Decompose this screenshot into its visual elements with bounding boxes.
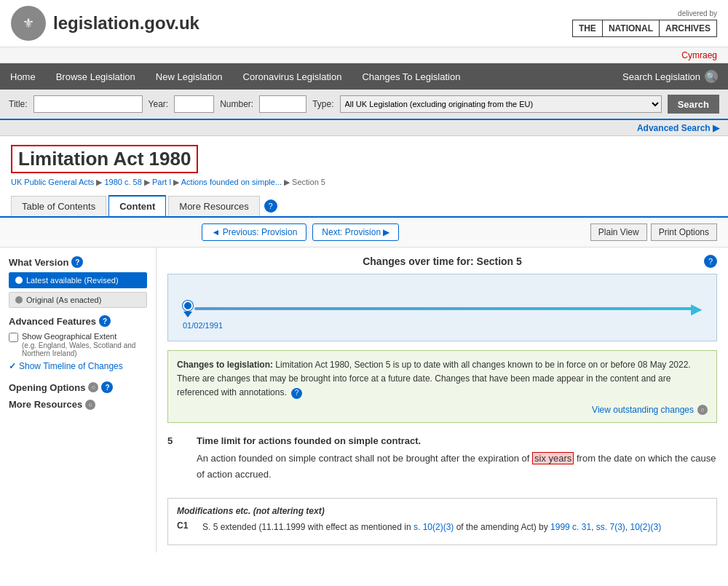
nav-coronavirus-legislation[interactable]: Coronavirus Legislation (233, 65, 352, 89)
sidebar: What Version ? Latest available (Revised… (0, 248, 157, 553)
section-highlighted: six years (532, 452, 574, 464)
section-body: Time limit for actions founded on simple… (197, 435, 717, 483)
type-select[interactable]: All UK Legislation (excluding originatin… (340, 95, 662, 113)
search-bar: Title: Year: Number: Type: All UK Legisl… (0, 90, 728, 120)
search-icon: 🔍 (705, 70, 718, 83)
original-dot-icon (15, 296, 23, 304)
changes-box-prefix: Changes to legislation: (177, 360, 273, 370)
plain-view-button[interactable]: Plain View (590, 223, 647, 241)
logo-area: ⚜ legislation.gov.uk (11, 6, 199, 41)
timeline-line: ▶ (183, 300, 702, 317)
section-text-before: An action founded on simple contract sha… (197, 453, 532, 464)
what-version-title: What Version ? (9, 256, 147, 268)
tab-content[interactable]: Content (108, 195, 166, 216)
breadcrumb-part1[interactable]: UK Public General Acts (11, 178, 94, 186)
geographical-extent-row: Show Geographical Extent (e.g. England, … (9, 331, 147, 357)
mod-link4[interactable]: 10(2)(3) (630, 522, 662, 532)
advanced-features-title: Advanced Features ? (9, 315, 147, 327)
view-outstanding-link[interactable]: View outstanding changes (592, 405, 694, 415)
delivered-by-area: delivered by THE NATIONAL ARCHIVES (572, 9, 717, 37)
advanced-search-bar: Advanced Search ▶ (0, 120, 728, 136)
prev-provision-button[interactable]: ◄ Previous: Provision (202, 223, 306, 241)
tabs-container: Table of Contents Content More Resources… (0, 195, 728, 218)
year-input[interactable] (174, 95, 214, 113)
title-label: Title: (9, 99, 28, 109)
geographical-extent-sub: (e.g. England, Wales, Scotland and North… (22, 341, 147, 357)
breadcrumb-arrow3: ▶ (173, 178, 181, 186)
timeline-triangle-icon (183, 312, 192, 317)
changes-over-time-title: Changes over time for: Section 5 (363, 256, 522, 267)
original-version-button[interactable]: Original (As enacted) (9, 292, 147, 308)
timeline-container: ▶ 01/02/1991 (167, 274, 717, 341)
timeline-pin-icon (183, 301, 193, 311)
section-heading: Time limit for actions founded on simple… (197, 435, 717, 446)
mod-text-comma2: , (625, 522, 630, 532)
opening-options-help-icon[interactable]: ? (101, 381, 113, 393)
geographical-extent-label: Show Geographical Extent (22, 332, 116, 341)
coat-of-arms-icon: ⚜ (11, 6, 46, 41)
advanced-features-help-icon[interactable]: ? (99, 315, 111, 327)
tab-table-of-contents[interactable]: Table of Contents (11, 196, 106, 216)
changes-over-time-help-icon[interactable]: ? (704, 255, 717, 268)
mod-text-before: S. 5 extended (11.11.1999 with effect as… (202, 522, 414, 532)
view-outstanding-icon: ○ (697, 405, 708, 415)
help-inline-icon[interactable]: ? (291, 388, 302, 399)
mod-link3[interactable]: ss. 7(3) (596, 522, 625, 532)
checkmark-icon: ✓ (9, 361, 16, 371)
search-button[interactable]: Search (668, 95, 719, 114)
mod-link1[interactable]: s. 10(2)(3) (414, 522, 454, 532)
changes-box-text: Changes to legislation: Limitation Act 1… (177, 358, 708, 400)
opening-options-row: Opening Options ○ ? (9, 381, 147, 393)
nav-home[interactable]: Home (0, 65, 46, 89)
nav-changes-to-legislation[interactable]: Changes To Legislation (352, 65, 470, 89)
breadcrumb-part2[interactable]: 1980 c. 58 (104, 178, 141, 186)
advanced-search-link[interactable]: Advanced Search ▶ (637, 123, 719, 133)
what-version-section: What Version ? Latest available (Revised… (9, 256, 147, 308)
view-outstanding-row: View outstanding changes ○ (177, 405, 708, 415)
print-options-button[interactable]: Print Options (651, 223, 717, 241)
na-archives: ARCHIVES (660, 20, 716, 36)
cymraeg-link[interactable]: Cymraeg (681, 50, 717, 60)
delivered-by-label: delivered by (572, 9, 717, 17)
mod-text-middle: of the amending Act) by (454, 522, 550, 532)
timeline-date: 01/02/1991 (183, 321, 702, 330)
section-content: 5 Time limit for actions founded on simp… (167, 432, 717, 492)
modifications-title: Modifications etc. (not altering text) (177, 506, 708, 516)
nav-new-legislation[interactable]: New Legislation (146, 65, 233, 89)
breadcrumb-arrow2: ▶ (144, 178, 152, 186)
title-input[interactable] (33, 95, 143, 113)
mod-text: S. 5 extended (11.11.1999 with effect as… (202, 520, 708, 534)
timeline-pin-area (183, 301, 193, 317)
changes-box: Changes to legislation: Limitation Act 1… (167, 350, 717, 423)
breadcrumb-part5: Section 5 (292, 178, 325, 186)
nav-bar: Home Browse Legislation New Legislation … (0, 63, 728, 90)
opening-options-section: Opening Options ○ ? (9, 381, 147, 393)
next-provision-button[interactable]: Next: Provision ▶ (312, 223, 399, 241)
mod-label: C1 (177, 520, 195, 534)
content-area: Changes over time for: Section 5 ? ▶ 01/… (157, 248, 728, 553)
title-section: Limitation Act 1980 UK Public General Ac… (0, 136, 728, 191)
year-label: Year: (149, 99, 169, 109)
search-legislation-nav[interactable]: Search Legislation 🔍 (612, 63, 728, 90)
more-resources-icon: ○ (85, 400, 95, 410)
breadcrumb-part3[interactable]: Part I (152, 178, 171, 186)
opening-options-icon: ○ (88, 382, 98, 392)
what-version-help-icon[interactable]: ? (71, 256, 83, 268)
more-resources-section: More Resources ○ (9, 399, 147, 410)
number-label: Number: (220, 99, 253, 109)
nav-browse-legislation[interactable]: Browse Legislation (46, 65, 146, 89)
tab-more-resources[interactable]: More Resources (168, 196, 259, 216)
number-input[interactable] (259, 95, 306, 113)
latest-version-button[interactable]: Latest available (Revised) (9, 272, 147, 288)
main-layout: What Version ? Latest available (Revised… (0, 248, 728, 553)
na-the: THE (573, 20, 603, 36)
tabs-help-icon[interactable]: ? (264, 199, 277, 213)
advanced-features-section: Advanced Features ? Show Geographical Ex… (9, 315, 147, 371)
mod-link2[interactable]: 1999 c. 31 (550, 522, 591, 532)
section-row: 5 Time limit for actions founded on simp… (167, 435, 717, 483)
show-timeline-row[interactable]: ✓ Show Timeline of Changes (9, 361, 147, 371)
breadcrumb-part4[interactable]: Actions founded on simple... (181, 178, 282, 186)
geographical-extent-checkbox[interactable] (9, 333, 18, 342)
type-label: Type: (312, 99, 333, 109)
national-archives-box: THE NATIONAL ARCHIVES (572, 20, 717, 37)
